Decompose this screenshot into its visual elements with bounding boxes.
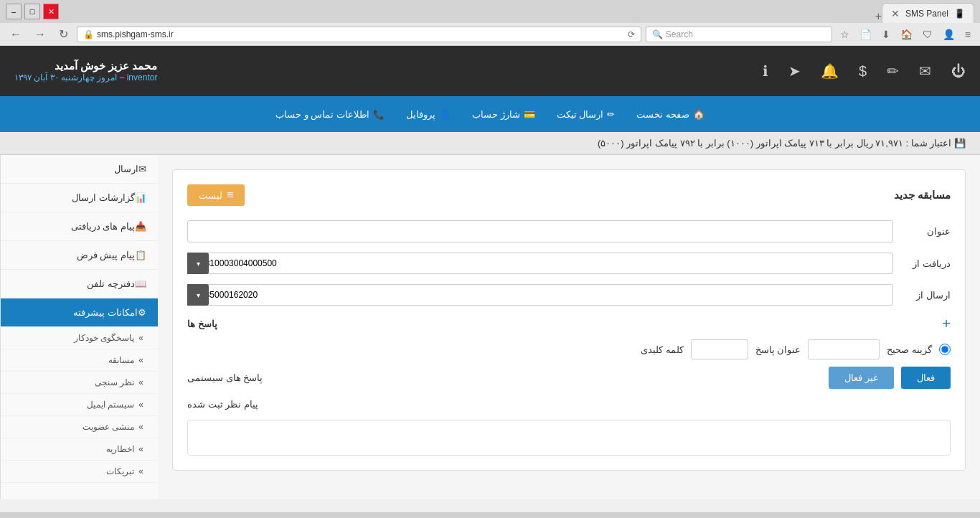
answers-title: پاسخ ها <box>187 319 217 329</box>
sidebar-sub-survey[interactable]: نظر سنجی <box>1 372 158 394</box>
sidebar-sub-notice[interactable]: اخطاریه <box>1 438 158 461</box>
info-icon[interactable] <box>763 62 768 80</box>
form-title: مسابقه جدید <box>894 189 951 202</box>
search-bar[interactable]: 🔍 Search <box>646 27 832 42</box>
email-sidebar-icon <box>138 400 143 410</box>
answer-row-1: گزینه صحیح عنوان پاسخ کلمه کلیدی <box>187 339 951 359</box>
home-nav-icon[interactable]: 🏠 <box>897 27 916 42</box>
nav-home[interactable]: 🏠 صفحه نخست <box>636 109 705 120</box>
list-button[interactable]: لیست <box>187 184 245 206</box>
send-from-select[interactable]: +985000162020 <box>187 284 893 306</box>
sidebar-sub-emailsystem[interactable]: سیستم ایمیل <box>1 394 158 416</box>
user-info: محمد عزیز خوش آمدید inventor – امروز چها… <box>14 60 157 83</box>
nav-charge[interactable]: 💳 شارژ حساب <box>472 109 535 120</box>
bell-icon[interactable] <box>821 62 839 80</box>
answers-header: + پاسخ ها <box>187 316 951 332</box>
main-wrapper: مسابقه جدید لیست عنوان دریافت از +981000… <box>0 155 980 499</box>
correct-label: گزینه صحیح <box>887 344 932 355</box>
menu-icon[interactable]: ≡ <box>961 27 974 42</box>
home-icon: 🏠 <box>693 109 705 120</box>
toolbar-icons: ☆ 📄 ⬇ 🏠 🛡 👤 ≡ <box>837 27 974 42</box>
dollar-icon[interactable] <box>859 63 867 80</box>
tab-title: SMS Panel <box>905 9 948 19</box>
download-icon[interactable]: ⬇ <box>878 27 894 42</box>
form-header: مسابقه جدید لیست <box>187 184 951 206</box>
receive-from-row: دریافت از +9810003004000500 ▾ <box>187 253 951 274</box>
minimize-button[interactable]: – <box>6 4 22 19</box>
sidebar: ارسال گزارشات ارسال پیام های دریافتی پیا… <box>0 155 158 499</box>
maximize-button[interactable]: □ <box>24 4 40 19</box>
content-area: مسابقه جدید لیست عنوان دریافت از +981000… <box>158 155 980 499</box>
mail-icon[interactable] <box>919 62 931 80</box>
correct-radio[interactable] <box>939 344 951 355</box>
title-input[interactable] <box>187 220 893 242</box>
answer-title-input[interactable] <box>808 339 880 359</box>
add-answer-button[interactable]: + <box>942 316 951 332</box>
browser-toolbar: ← → ↻ 🔒 sms.pishgam-sms.ir ⟳ 🔍 Search ☆ … <box>0 23 980 46</box>
sidebar-item-phonebook[interactable]: دفترچه تلفن <box>1 270 158 298</box>
list-icon <box>227 189 233 202</box>
title-row: عنوان <box>187 220 951 242</box>
ticket-icon: ✏ <box>607 109 615 120</box>
address-bar[interactable]: 🔒 sms.pishgam-sms.ir ⟳ <box>77 27 641 42</box>
receive-from-select[interactable]: +9810003004000500 <box>187 253 893 274</box>
send-icon[interactable] <box>788 62 801 80</box>
receive-from-label: دریافت از <box>900 258 951 269</box>
sidebar-item-template[interactable]: پیام پیش فرض <box>1 241 158 270</box>
security-icon: 🔒 <box>83 29 94 39</box>
membership-sidebar-icon <box>138 422 143 432</box>
sidebar-item-send[interactable]: ارسال <box>1 155 158 184</box>
system-responses-row: فعال غیر فعال پاسخ های سیستمی <box>187 367 951 389</box>
info-bar: 💾 اعتبار شما : ۷۱,۹۷۱ ریال برابر با ۷۱۳ … <box>0 132 980 155</box>
back-button[interactable]: ← <box>6 27 26 42</box>
competition-sidebar-icon <box>138 355 143 365</box>
btn-group: فعال غیر فعال <box>829 367 951 389</box>
inactive-button[interactable]: غیر فعال <box>829 367 894 389</box>
registered-comments-row: پیام نظر ثبت شده <box>187 399 951 410</box>
top-nav: محمد عزیز خوش آمدید inventor – امروز چها… <box>0 46 980 96</box>
browser-tab[interactable]: 📱 SMS Panel ✕ <box>882 3 974 23</box>
app: محمد عزیز خوش آمدید inventor – امروز چها… <box>0 46 980 512</box>
window-controls: – □ ✕ <box>6 4 59 19</box>
sidebar-sub-congrats[interactable]: تبریکات <box>1 461 158 483</box>
pencil-icon[interactable] <box>887 62 899 80</box>
tab-close-btn[interactable]: ✕ <box>891 8 900 19</box>
address-text: sms.pishgam-sms.ir <box>97 29 625 39</box>
sidebar-sub-membership[interactable]: منشی عضویت <box>1 416 158 438</box>
receive-from-arrow: ▾ <box>187 253 209 274</box>
shield-icon[interactable]: 🛡 <box>919 27 936 42</box>
advanced-sidebar-icon <box>138 307 146 318</box>
congrats-sidebar-icon <box>138 466 143 476</box>
charge-icon: 💳 <box>524 109 535 120</box>
sidebar-item-received[interactable]: پیام های دریافتی <box>1 212 158 241</box>
survey-sidebar-icon <box>138 377 143 387</box>
bookmark-icon[interactable]: ☆ <box>837 27 853 42</box>
sidebar-sub-competition[interactable]: مسابقه <box>1 349 158 372</box>
tab-bar: 📱 SMS Panel ✕ + <box>872 0 974 23</box>
inbox-sidebar-icon <box>135 221 146 232</box>
sidebar-sub-auto[interactable]: پاسخگوی خودکار <box>1 327 158 349</box>
registered-comments-label: پیام نظر ثبت شده <box>187 399 258 410</box>
nav-ticket[interactable]: ✏ ارسال تیکت <box>557 109 616 120</box>
account-icon[interactable]: 👤 <box>939 27 958 42</box>
reader-icon[interactable]: 📄 <box>856 27 875 42</box>
blue-nav: 🏠 صفحه نخست ✏ ارسال تیکت 💳 شارژ حساب 👤 پ… <box>0 96 980 132</box>
new-tab-button[interactable]: + <box>875 10 882 23</box>
forward-button[interactable]: → <box>30 27 50 42</box>
reload-button[interactable]: ↻ <box>55 26 72 42</box>
keyword-input[interactable] <box>691 339 748 359</box>
info-icon-bar: 💾 <box>954 138 966 149</box>
nav-profile[interactable]: 👤 پروفایل <box>406 109 451 120</box>
active-button[interactable]: فعال <box>901 367 951 389</box>
sidebar-item-advanced[interactable]: امکانات پیشرفته <box>1 298 158 327</box>
close-button[interactable]: ✕ <box>43 4 59 19</box>
sidebar-item-reports[interactable]: گزارشات ارسال <box>1 184 158 212</box>
browser-chrome: 📱 SMS Panel ✕ + – □ ✕ ← → ↻ 🔒 sms.pishga… <box>0 0 980 46</box>
keyword-label: کلمه کلیدی <box>641 344 684 355</box>
send-from-select-wrap: +985000162020 ▾ <box>187 284 893 306</box>
reports-sidebar-icon <box>135 192 146 203</box>
power-icon[interactable] <box>951 63 966 80</box>
nav-contact[interactable]: 📞 اطلاعات تماس و حساب <box>275 109 385 120</box>
notice-sidebar-icon <box>138 444 143 454</box>
user-name: محمد عزیز خوش آمدید <box>14 60 157 72</box>
